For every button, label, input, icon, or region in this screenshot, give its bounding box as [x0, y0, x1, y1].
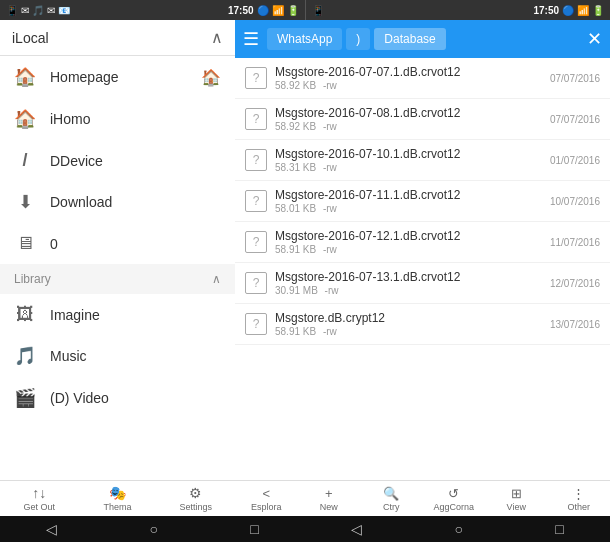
nav-zero-label: 0: [50, 236, 58, 252]
settings-icon: ⚙: [189, 485, 202, 501]
file-perm: -rw: [323, 121, 337, 132]
right-back-btn[interactable]: ◁: [351, 521, 362, 537]
left-bottom-nav: ↑↓ Get Out 🎭 Thema ⚙ Settings: [0, 480, 235, 516]
btn-refresh-label: AggCorna: [433, 502, 474, 512]
right-sys-nav: ◁ ○ □: [305, 516, 610, 542]
left-status-bar: 📱✉🎵✉📧 17:50 🔵📶🔋: [0, 0, 306, 20]
tab-database[interactable]: Database: [374, 28, 445, 50]
file-info: Msgstore-2016-07-11.1.dB.crvot12 58.01 K…: [275, 188, 542, 214]
back-btn[interactable]: ◁: [46, 521, 57, 537]
imagine-icon: 🖼: [14, 304, 36, 325]
file-name: Msgstore-2016-07-13.1.dB.crvot12: [275, 270, 542, 284]
home-btn[interactable]: ○: [150, 521, 158, 537]
music-icon: 🎵: [14, 345, 36, 367]
homepage-active-icon: 🏠: [201, 68, 221, 87]
nav-music-label: Music: [50, 348, 87, 364]
btn-thema[interactable]: 🎭 Thema: [78, 481, 156, 516]
file-name: Msgstore-2016-07-10.1.dB.crvot12: [275, 147, 542, 161]
file-question-icon: ?: [245, 67, 267, 89]
btn-other-label: Other: [567, 502, 590, 512]
nav-ihomo-label: iHomo: [50, 111, 90, 127]
file-date: 13/07/2016: [550, 319, 600, 330]
library-label: Library: [14, 272, 51, 286]
btn-other[interactable]: ⋮ Other: [548, 481, 611, 516]
btn-search[interactable]: 🔍 Ctry: [360, 481, 423, 516]
library-collapse-icon[interactable]: ∧: [212, 272, 221, 286]
right-recents-btn[interactable]: □: [555, 521, 563, 537]
file-date: 12/07/2016: [550, 278, 600, 289]
right-status-icons: 📱: [312, 5, 324, 16]
nav-download[interactable]: ⬇ Download: [0, 181, 235, 223]
list-item[interactable]: ? Msgstore-2016-07-13.1.dB.crvot12 30.91…: [235, 263, 610, 304]
nav-ihomo[interactable]: 🏠 iHomo: [0, 98, 235, 140]
tab-separator: ): [346, 28, 370, 50]
btn-settings-label: Settings: [180, 502, 213, 512]
btn-thema-label: Thema: [103, 502, 131, 512]
home-icon: 🏠: [14, 66, 36, 88]
file-name: Msgstore-2016-07-11.1.dB.crvot12: [275, 188, 542, 202]
list-item[interactable]: ? Msgstore-2016-07-07.1.dB.crvot12 58.92…: [235, 58, 610, 99]
file-meta: 58.91 KB -rw: [275, 244, 542, 255]
search-icon: 🔍: [383, 486, 399, 501]
recents-btn[interactable]: □: [250, 521, 258, 537]
file-info: Msgstore-2016-07-07.1.dB.crvot12 58.92 K…: [275, 65, 542, 91]
nav-imagine[interactable]: 🖼 Imagine: [0, 294, 235, 335]
file-meta: 58.92 KB -rw: [275, 80, 542, 91]
btn-search-label: Ctry: [383, 502, 400, 512]
file-question-icon: ?: [245, 149, 267, 171]
collapse-icon[interactable]: ∧: [211, 28, 223, 47]
btn-refresh[interactable]: ↺ AggCorna: [423, 481, 486, 516]
file-info: Msgstore-2016-07-08.1.dB.crvot12 58.92 K…: [275, 106, 542, 132]
btn-view[interactable]: ⊞ View: [485, 481, 548, 516]
nav-zero[interactable]: 🖥 0: [0, 223, 235, 264]
file-name: Msgstore-2016-07-07.1.dB.crvot12: [275, 65, 542, 79]
right-status-time: 17:50 🔵📶🔋: [533, 5, 604, 16]
file-name: Msgstore-2016-07-12.1.dB.crvot12: [275, 229, 542, 243]
left-sys-nav: ◁ ○ □: [0, 516, 305, 542]
btn-settings[interactable]: ⚙ Settings: [157, 481, 235, 516]
file-question-icon: ?: [245, 313, 267, 335]
nav-video-label: (D) Video: [50, 390, 109, 406]
left-panel-title: iLocal: [12, 30, 49, 46]
tab-whatsapp[interactable]: WhatsApp: [267, 28, 342, 50]
file-info: Msgstore-2016-07-10.1.dB.crvot12 58.31 K…: [275, 147, 542, 173]
right-status-bar: 📱 17:50 🔵📶🔋: [306, 0, 611, 20]
nav-device[interactable]: / DDevice: [0, 140, 235, 181]
close-icon[interactable]: ✕: [587, 28, 602, 50]
nav-video[interactable]: 🎬 (D) Video: [0, 377, 235, 419]
nav-homepage[interactable]: 🏠 Homepage 🏠: [0, 56, 235, 98]
nav-homepage-label: Homepage: [50, 69, 119, 85]
hamburger-icon[interactable]: ☰: [243, 28, 259, 50]
file-info: Msgstore-2016-07-12.1.dB.crvot12 58.91 K…: [275, 229, 542, 255]
plus-icon: +: [325, 486, 333, 501]
file-date: 01/07/2016: [550, 155, 600, 166]
list-item[interactable]: ? Msgstore-2016-07-11.1.dB.crvot12 58.01…: [235, 181, 610, 222]
left-status-icons: 📱✉🎵✉📧: [6, 5, 70, 16]
list-item[interactable]: ? Msgstore-2016-07-10.1.dB.crvot12 58.31…: [235, 140, 610, 181]
btn-new[interactable]: + New: [298, 481, 361, 516]
refresh-icon: ↺: [448, 486, 459, 501]
file-name: Msgstore.dB.crypt12: [275, 311, 542, 325]
file-perm: -rw: [325, 285, 339, 296]
file-list: ? Msgstore-2016-07-07.1.dB.crvot12 58.92…: [235, 58, 610, 480]
list-item[interactable]: ? Msgstore-2016-07-12.1.dB.crvot12 58.91…: [235, 222, 610, 263]
file-info: Msgstore-2016-07-13.1.dB.crvot12 30.91 M…: [275, 270, 542, 296]
right-home-btn[interactable]: ○: [455, 521, 463, 537]
file-meta: 30.91 MB -rw: [275, 285, 542, 296]
btn-view-label: View: [507, 502, 526, 512]
btn-get-out[interactable]: ↑↓ Get Out: [0, 481, 78, 516]
file-meta: 58.91 KB -rw: [275, 326, 542, 337]
video-icon: 🎬: [14, 387, 36, 409]
right-bottom-nav: < Esplora + New 🔍 Ctry ↺ AggCorna ⊞ V: [235, 480, 610, 516]
btn-esplora-label: Esplora: [251, 502, 282, 512]
monitor-icon: 🖥: [14, 233, 36, 254]
left-panel-header: iLocal ∧: [0, 20, 235, 56]
nav-music[interactable]: 🎵 Music: [0, 335, 235, 377]
file-perm: -rw: [323, 162, 337, 173]
file-perm: -rw: [323, 80, 337, 91]
list-item[interactable]: ? Msgstore.dB.crypt12 58.91 KB -rw 13/07…: [235, 304, 610, 345]
file-info: Msgstore.dB.crypt12 58.91 KB -rw: [275, 311, 542, 337]
btn-esplora[interactable]: < Esplora: [235, 481, 298, 516]
list-item[interactable]: ? Msgstore-2016-07-08.1.dB.crvot12 58.92…: [235, 99, 610, 140]
nav-download-label: Download: [50, 194, 112, 210]
